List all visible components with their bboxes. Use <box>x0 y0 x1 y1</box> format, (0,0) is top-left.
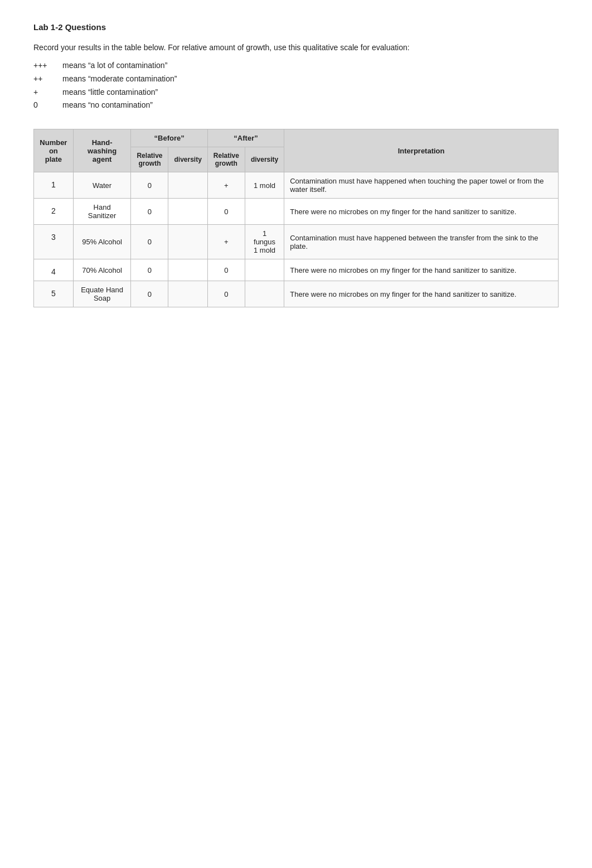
row-rel-growth-after: 0 <box>207 281 245 307</box>
scale-symbol: + <box>33 86 54 99</box>
scale-item: +++means “a lot of contamination” <box>33 59 559 73</box>
row-diversity-before <box>168 225 207 259</box>
row-diversity-after <box>245 281 284 307</box>
row-diversity-before <box>168 199 207 225</box>
row-number: 2 <box>34 199 74 225</box>
scale-symbol: 0 <box>33 99 54 112</box>
scale-item: 0means “no contamination” <box>33 99 559 112</box>
col-agent-header: Hand-washing agent <box>73 129 131 172</box>
row-interpretation: There were no microbes on my finger for … <box>284 281 559 307</box>
row-agent: Hand Sanitizer <box>73 199 131 225</box>
table-row: 395% Alcohol0+1 fungus 1 moldContaminati… <box>34 225 559 259</box>
table-row: 470% Alcohol00There were no microbes on … <box>34 259 559 281</box>
scale-symbol: ++ <box>33 73 54 86</box>
row-rel-growth-before: 0 <box>131 199 168 225</box>
col-interpretation-header: Interpretation <box>284 129 559 172</box>
row-interpretation: Contamination must have happened between… <box>284 225 559 259</box>
col-rel-growth-after-header: Relative growth <box>207 147 245 172</box>
row-agent: Water <box>73 172 131 199</box>
scale-meaning: means “a lot of contamination” <box>62 59 167 73</box>
before-header: “Before” <box>131 129 207 147</box>
table-body: 1Water0+1 moldContamination must have ha… <box>34 172 559 307</box>
after-header: “After” <box>207 129 284 147</box>
top-header-row: Number on plate Hand-washing agent “Befo… <box>34 129 559 147</box>
scale-meaning: means “moderate contamination” <box>62 73 177 86</box>
row-rel-growth-before: 0 <box>131 225 168 259</box>
row-rel-growth-before: 0 <box>131 281 168 307</box>
scale-meaning: means “no contamination” <box>62 99 153 112</box>
col-rel-growth-before-header: Relative growth <box>131 147 168 172</box>
row-diversity-before <box>168 259 207 281</box>
table-row: 5Equate Hand Soap00There were no microbe… <box>34 281 559 307</box>
row-interpretation: Contamination must have happened when to… <box>284 172 559 199</box>
intro-paragraph: Record your results in the table below. … <box>33 42 559 54</box>
row-diversity-before <box>168 172 207 199</box>
row-rel-growth-after: + <box>207 225 245 259</box>
scale-meaning: means “little contamination” <box>62 86 158 99</box>
col-diversity-after-header: diversity <box>245 147 284 172</box>
row-agent: 95% Alcohol <box>73 225 131 259</box>
row-rel-growth-after: + <box>207 172 245 199</box>
page-title: Lab 1-2 Questions <box>33 22 559 32</box>
table-row: 1Water0+1 moldContamination must have ha… <box>34 172 559 199</box>
table-row: 2Hand Sanitizer00There were no microbes … <box>34 199 559 225</box>
row-diversity-after <box>245 199 284 225</box>
row-number: 3 <box>34 225 74 259</box>
scale-symbol: +++ <box>33 59 54 73</box>
row-diversity-before <box>168 281 207 307</box>
row-diversity-after <box>245 259 284 281</box>
results-table: Number on plate Hand-washing agent “Befo… <box>33 129 559 307</box>
row-diversity-after: 1 fungus 1 mold <box>245 225 284 259</box>
row-rel-growth-before: 0 <box>131 172 168 199</box>
col-diversity-before-header: diversity <box>168 147 207 172</box>
scale-item: +means “little contamination” <box>33 86 559 99</box>
row-rel-growth-after: 0 <box>207 199 245 225</box>
row-diversity-after: 1 mold <box>245 172 284 199</box>
row-number: 1 <box>34 172 74 199</box>
row-interpretation: There were no microbes on my finger for … <box>284 259 559 281</box>
row-agent: Equate Hand Soap <box>73 281 131 307</box>
row-number: 5 <box>34 281 74 307</box>
scale-item: ++means “moderate contamination” <box>33 73 559 86</box>
row-rel-growth-after: 0 <box>207 259 245 281</box>
scale-list: +++means “a lot of contamination”++means… <box>33 59 559 112</box>
col-number-header: Number on plate <box>34 129 74 172</box>
row-agent: 70% Alcohol <box>73 259 131 281</box>
row-number: 4 <box>34 259 74 281</box>
row-rel-growth-before: 0 <box>131 259 168 281</box>
row-interpretation: There were no microbes on my finger for … <box>284 199 559 225</box>
